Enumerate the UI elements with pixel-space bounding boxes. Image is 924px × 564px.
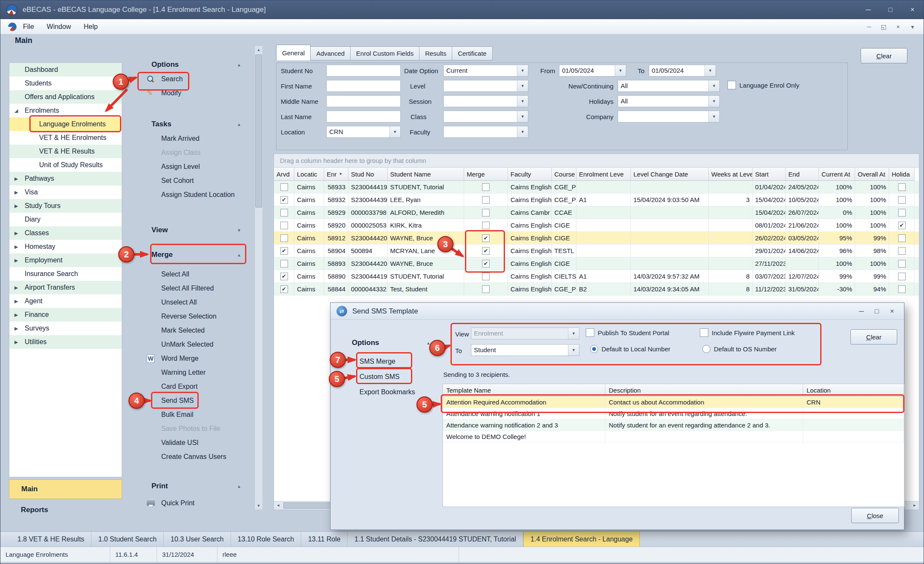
nav-item-validate-usi[interactable]: Validate USI	[128, 436, 252, 450]
sidebar-item-classes[interactable]: ▶Classes	[9, 226, 122, 240]
nav-section-view[interactable]: View▼	[128, 223, 252, 237]
class-select[interactable]: ▼	[443, 111, 528, 122]
grid-row[interactable]: Cairns589290000033798ALFORD, MeredithCai…	[274, 206, 919, 219]
tree-collapsed-icon[interactable]: ▶	[14, 326, 25, 331]
nav-item-create-canvas-users[interactable]: Create Canvas Users	[128, 450, 252, 464]
from-date-picker[interactable]: 01/05/2024 ▼	[559, 65, 626, 77]
column-header-current-at[interactable]: Current At	[819, 168, 855, 181]
tree-collapsed-icon[interactable]: ▶	[14, 285, 25, 291]
grid-row[interactable]: ✔Cairns58932S230044439LEE, RyanCairns En…	[274, 194, 919, 206]
tree-collapsed-icon[interactable]: ▶	[14, 258, 25, 263]
dialog-options-header[interactable]: Options ▲	[352, 336, 431, 350]
grid-row[interactable]: ✔Cairns58890S230044419STUDENT, TutorialC…	[274, 270, 919, 283]
tree-collapsed-icon[interactable]: ▶	[14, 339, 25, 345]
holiday-checkbox[interactable]	[898, 260, 906, 268]
tree-collapsed-icon[interactable]: ▶	[14, 190, 25, 195]
sidebar-reports-button[interactable]: Reports	[21, 506, 48, 514]
location-select[interactable]: CRN ▼	[326, 126, 401, 138]
dialog-minimize-icon[interactable]: ─	[854, 303, 869, 320]
tree-collapsed-icon[interactable]: ▶	[14, 244, 25, 250]
grid-row[interactable]: ✔Cairns58904500894MCRYAN, Lane✔Cairns En…	[274, 245, 919, 257]
sidebar-item-offers-and-applications[interactable]: Offers and Applications	[9, 90, 122, 104]
nav-item-unselect-all[interactable]: Unselect All	[128, 295, 252, 309]
sms-template-row-attendance-warning-notification-2-and-3[interactable]: Attendance warning notification 2 and 3N…	[443, 419, 904, 431]
arvd-checkbox[interactable]	[280, 183, 288, 191]
merge-checkbox[interactable]	[482, 196, 490, 204]
column-header-locatic[interactable]: Locatic	[294, 168, 324, 181]
column-header-weeks-at-leve[interactable]: Weeks at Leve	[709, 168, 753, 181]
holiday-checkbox[interactable]	[898, 273, 906, 280]
clear-button[interactable]: Clear	[861, 48, 907, 63]
column-header-enr[interactable]: Enr▼	[324, 168, 348, 181]
column-header-end[interactable]: End	[786, 168, 819, 181]
arvd-checkbox[interactable]	[280, 260, 288, 268]
scroll-down-icon[interactable]: ▼	[255, 502, 262, 510]
nav-item-modify[interactable]: ✎Modify	[128, 86, 252, 100]
doc-tab-1-0-student-search[interactable]: 1.0 Student Search	[91, 532, 164, 547]
nav-item-unmark-selected[interactable]: UnMark Selected	[128, 337, 252, 351]
maximize-icon[interactable]: □	[879, 0, 901, 19]
tab-enrol-custom-fields[interactable]: Enrol Custom Fields	[351, 46, 419, 60]
tab-advanced[interactable]: Advanced	[311, 46, 351, 60]
session-select[interactable]: ▼	[443, 95, 528, 107]
tab-general[interactable]: General	[276, 45, 311, 60]
sms-column-header-template-name[interactable]: Template Name	[443, 384, 605, 396]
sidebar-item-airport-transfers[interactable]: ▶Airport Transfers	[9, 281, 122, 294]
nav-item-mark-selected[interactable]: Mark Selected	[128, 323, 252, 337]
merge-checkbox[interactable]: ✔	[482, 247, 490, 255]
local-number-radio[interactable]	[590, 345, 598, 353]
sidebar-item-dashboard[interactable]: Dashboard	[9, 63, 122, 77]
student-no-input[interactable]	[326, 65, 401, 77]
sidebar-item-insurance-search[interactable]: Insurance Search	[9, 267, 122, 281]
arvd-checkbox[interactable]: ✔	[280, 285, 288, 293]
scroll-left-icon[interactable]: ◄	[274, 501, 282, 510]
os-number-radio[interactable]	[702, 345, 710, 353]
language-enrol-only-checkbox[interactable]	[727, 81, 736, 89]
grid-row[interactable]: Cairns58933S230044419STUDENT, TutorialCa…	[274, 181, 919, 194]
flywire-checkbox[interactable]	[700, 328, 708, 337]
nav-item-assign-student-location[interactable]: Assign Student Location	[128, 188, 252, 202]
nav-item-assign-level[interactable]: Assign Level	[128, 160, 252, 174]
grid-row[interactable]: Cairns58912S230044420WAYNE, Bruce✔Cairns…	[274, 232, 919, 245]
sidebar-item-visa[interactable]: ▶Visa	[9, 185, 122, 199]
merge-checkbox[interactable]: ✔	[482, 234, 490, 242]
menu-file[interactable]: File	[17, 19, 40, 34]
holidays-select[interactable]: All ▼	[618, 95, 720, 107]
nav-section-options[interactable]: Options▲	[128, 57, 252, 72]
doc-tab-10-3-user-search[interactable]: 10.3 User Search	[164, 532, 231, 547]
dialog-maximize-icon[interactable]: □	[869, 303, 884, 320]
tab-certificate[interactable]: Certificate	[452, 46, 493, 60]
to-recipient-select[interactable]: Student ▼	[471, 344, 579, 356]
mdi-restore-icon[interactable]: ◱	[878, 23, 889, 30]
dialog-item-sms-merge[interactable]: SMS Merge	[359, 354, 395, 369]
holiday-checkbox[interactable]	[898, 234, 906, 242]
mdi-pin-icon[interactable]: ▾	[907, 23, 918, 30]
column-header-start[interactable]: Start	[753, 168, 786, 181]
sidebar-item-enrolments[interactable]: ◢Enrolments	[9, 104, 122, 117]
menu-help[interactable]: Help	[77, 19, 104, 34]
merge-checkbox[interactable]	[482, 273, 490, 280]
nav-item-send-sms[interactable]: Send SMS	[128, 393, 252, 407]
nav-item-select-all-filtered[interactable]: Select All Filtered	[128, 281, 252, 295]
publish-portal-checkbox[interactable]	[586, 328, 594, 337]
sidebar-item-surveys[interactable]: ▶Surveys	[9, 322, 122, 335]
arvd-checkbox[interactable]	[280, 222, 288, 229]
merge-checkbox[interactable]	[482, 183, 490, 191]
holiday-checkbox[interactable]: ✔	[898, 222, 906, 229]
middle-name-input[interactable]	[326, 95, 401, 107]
dialog-titlebar[interactable]: ⇄ Send SMS Template ─ □ ×	[331, 303, 904, 320]
menu-window[interactable]: Window	[40, 19, 77, 34]
to-date-picker[interactable]: 01/05/2024 ▼	[649, 65, 716, 77]
sms-template-row-attendance-warning-notification-1[interactable]: Attendance warning notification 1Notify …	[443, 408, 904, 419]
sms-template-row-welcome-to-demo-college[interactable]: Welcome to DEMO College!	[443, 431, 904, 442]
company-select[interactable]: ▼	[618, 111, 720, 122]
column-header-level-change-date[interactable]: Level Change Date	[631, 168, 709, 181]
last-name-input[interactable]	[326, 111, 401, 122]
date-option-select[interactable]: Current ▼	[443, 65, 528, 77]
sidebar-item-vet-he-results[interactable]: VET & HE Results	[9, 145, 122, 158]
tree-expanded-icon[interactable]: ◢	[14, 108, 25, 114]
sidebar-item-study-tours[interactable]: ▶Study Tours	[9, 199, 122, 213]
mdi-minimize-icon[interactable]: ─	[864, 23, 874, 30]
mdi-close-icon[interactable]: ×	[893, 23, 903, 30]
minimize-icon[interactable]: ─	[857, 0, 879, 19]
